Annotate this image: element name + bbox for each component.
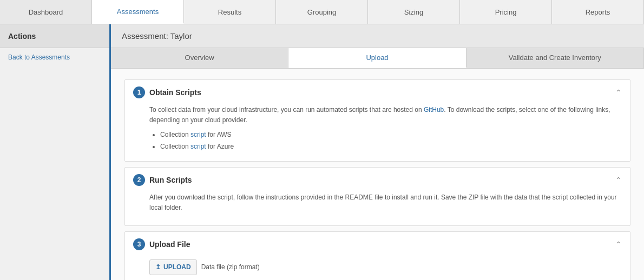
step-1-header: 1 Obtain Scripts ⌃ bbox=[125, 80, 630, 105]
top-navigation: Dashboard Assessments Results Grouping S… bbox=[0, 0, 644, 24]
tab-results[interactable]: Results bbox=[184, 0, 276, 24]
page-title: Assessment: Taylor bbox=[111, 24, 644, 48]
step-1-chevron[interactable]: ⌃ bbox=[615, 88, 622, 97]
tab-reports[interactable]: Reports bbox=[552, 0, 644, 24]
tab-dashboard[interactable]: Dashboard bbox=[0, 0, 92, 24]
aws-link-item: Collection script for AWS bbox=[160, 130, 622, 140]
upload-button[interactable]: ↥ UPLOAD bbox=[149, 259, 197, 275]
step-3-label: Upload File bbox=[149, 240, 190, 249]
step-1-links: Collection script for AWS Collection scr… bbox=[149, 130, 622, 151]
step-1: 1 Obtain Scripts ⌃ To collect data from … bbox=[124, 79, 630, 162]
sub-tabs: Overview Upload Validate and Create Inve… bbox=[111, 48, 644, 69]
tab-pricing[interactable]: Pricing bbox=[460, 0, 552, 24]
step-3-body: ↥ UPLOAD Data file (zip format) bbox=[125, 259, 630, 280]
step-3-chevron[interactable]: ⌃ bbox=[615, 240, 622, 249]
aws-script-link[interactable]: script bbox=[190, 131, 206, 138]
upload-icon: ↥ bbox=[155, 262, 161, 272]
step-3-number: 3 bbox=[133, 238, 145, 250]
step-2-text: After you download the script, follow th… bbox=[149, 192, 622, 213]
step-2-label: Run Scripts bbox=[149, 176, 192, 184]
tab-assessments[interactable]: Assessments bbox=[92, 0, 184, 24]
sidebar: Actions Back to Assessments bbox=[0, 24, 111, 280]
content-area: Assessment: Taylor Overview Upload Valid… bbox=[111, 24, 644, 280]
subtab-overview[interactable]: Overview bbox=[111, 48, 288, 68]
steps-container: 1 Obtain Scripts ⌃ To collect data from … bbox=[111, 69, 644, 280]
step-2-header: 2 Run Scripts ⌃ bbox=[125, 168, 630, 192]
sidebar-header: Actions bbox=[0, 24, 109, 48]
step-2-body: After you download the script, follow th… bbox=[125, 192, 630, 225]
azure-link-item: Collection script for Azure bbox=[160, 142, 622, 152]
step-2-title: 2 Run Scripts bbox=[133, 174, 192, 186]
tab-sizing[interactable]: Sizing bbox=[368, 0, 460, 24]
step-1-title: 1 Obtain Scripts bbox=[133, 86, 201, 98]
tab-grouping[interactable]: Grouping bbox=[276, 0, 368, 24]
step-2-number: 2 bbox=[133, 174, 145, 186]
subtab-upload[interactable]: Upload bbox=[288, 48, 466, 68]
step-3: 3 Upload File ⌃ ↥ UPLOAD Data file (zip … bbox=[124, 231, 630, 280]
main-layout: Actions Back to Assessments Assessment: … bbox=[0, 24, 644, 280]
upload-description: Data file (zip format) bbox=[201, 262, 260, 272]
sidebar-item-back-to-assessments[interactable]: Back to Assessments bbox=[0, 48, 109, 66]
github-link[interactable]: GitHub bbox=[424, 106, 444, 114]
step-1-label: Obtain Scripts bbox=[149, 88, 201, 97]
step-1-number: 1 bbox=[133, 86, 145, 98]
step-3-title: 3 Upload File bbox=[133, 238, 190, 250]
step-3-header: 3 Upload File ⌃ bbox=[125, 232, 630, 257]
step-1-body: To collect data from your cloud infrastr… bbox=[125, 105, 630, 161]
azure-script-link[interactable]: script bbox=[190, 143, 206, 150]
step-2: 2 Run Scripts ⌃ After you download the s… bbox=[124, 167, 630, 226]
step-2-chevron[interactable]: ⌃ bbox=[615, 176, 622, 184]
subtab-validate[interactable]: Validate and Create Inventory bbox=[466, 48, 644, 68]
upload-area: ↥ UPLOAD Data file (zip format) bbox=[149, 259, 622, 275]
step-1-intro: To collect data from your cloud infrastr… bbox=[149, 105, 622, 125]
upload-button-label: UPLOAD bbox=[163, 262, 191, 272]
